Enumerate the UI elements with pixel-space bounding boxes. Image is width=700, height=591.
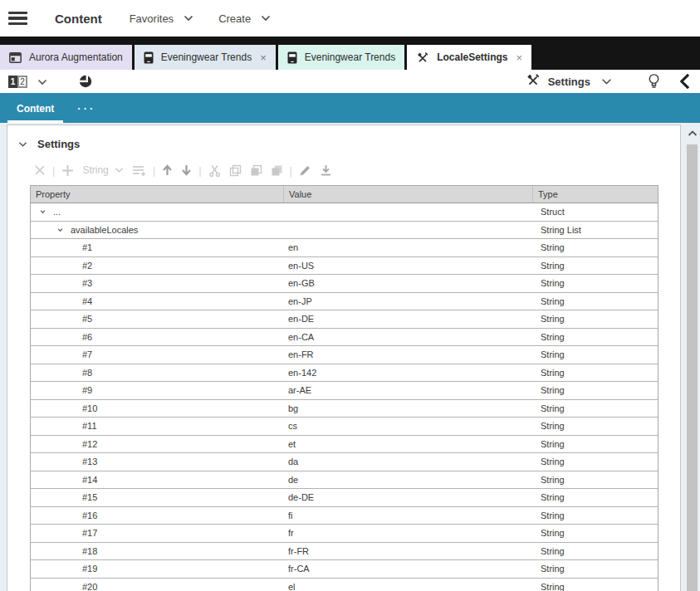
- pages-12-icon[interactable]: 1 2: [8, 76, 27, 88]
- chevron-down-icon: [601, 74, 612, 89]
- favorites-menu[interactable]: Favorites: [130, 12, 193, 25]
- move-up-icon[interactable]: [158, 164, 177, 176]
- table-row[interactable]: #16fiString: [31, 507, 658, 525]
- chevron-down-icon[interactable]: [110, 167, 128, 173]
- vertical-scrollbar[interactable]: [684, 125, 700, 591]
- value-cell: bg: [283, 403, 532, 413]
- type-cell: String: [532, 546, 658, 556]
- value-cell: en-US: [283, 261, 532, 271]
- globe-icon[interactable]: [79, 75, 92, 88]
- property-cell: #14: [82, 475, 97, 485]
- lightbulb-icon[interactable]: [647, 73, 661, 90]
- close-icon[interactable]: ×: [516, 52, 523, 63]
- type-cell: String: [532, 475, 658, 485]
- chevron-down-icon[interactable]: [18, 141, 27, 148]
- value-cell: fr-FR: [283, 546, 532, 556]
- property-cell: #10: [82, 403, 97, 413]
- duplicate-icon[interactable]: [246, 164, 267, 177]
- tab-eveningwear-trends-1[interactable]: Eveningwear Trends ×: [135, 45, 276, 70]
- paste-icon[interactable]: [267, 164, 287, 177]
- value-cell: fr-CA: [283, 564, 532, 574]
- move-down-icon[interactable]: [177, 164, 196, 176]
- table-row[interactable]: #2en-USString: [31, 257, 658, 276]
- table-row[interactable]: #19fr-CAString: [31, 560, 658, 579]
- type-cell: String: [532, 296, 658, 306]
- table-row[interactable]: #9ar-AEString: [31, 382, 658, 400]
- tab-content[interactable]: Content: [15, 103, 56, 123]
- property-cell: #11: [82, 421, 97, 431]
- tab-aurora-augmentation[interactable]: Aurora Augmentation: [0, 45, 132, 70]
- value-cell: el: [283, 582, 532, 591]
- property-cell: #16: [82, 510, 97, 520]
- table-row[interactable]: #8en-142String: [31, 364, 658, 383]
- edit-icon[interactable]: [295, 164, 316, 177]
- table-row[interactable]: availableLocalesString List: [31, 222, 658, 240]
- chevron-left-icon[interactable]: [679, 73, 690, 90]
- type-cell: String: [532, 278, 658, 288]
- value-cell: da: [283, 457, 532, 466]
- column-header-value[interactable]: Value: [283, 186, 532, 203]
- delete-icon[interactable]: [30, 164, 50, 176]
- hamburger-icon[interactable]: [8, 9, 27, 28]
- property-cell: availableLocales: [71, 225, 138, 235]
- add-icon[interactable]: [57, 164, 78, 177]
- type-cell: String: [532, 314, 658, 324]
- type-cell: String: [532, 261, 658, 271]
- property-cell: #8: [82, 368, 92, 378]
- content-panel: Settings | String: [7, 125, 681, 591]
- table-row[interactable]: #18fr-FRString: [31, 543, 658, 561]
- column-header-property[interactable]: Property: [31, 186, 283, 203]
- tools-icon: [416, 51, 429, 64]
- chevron-down-icon[interactable]: [39, 208, 47, 215]
- column-header-type[interactable]: Type: [532, 186, 658, 203]
- property-cell: #5: [82, 314, 92, 324]
- type-cell: String: [532, 439, 658, 449]
- value-cell: en-FR: [283, 349, 532, 359]
- action-toolbar: 1 2 Settings: [0, 70, 700, 93]
- settings-dropdown[interactable]: Settings: [526, 73, 612, 90]
- more-tabs-button[interactable]: ···: [77, 102, 95, 123]
- property-cell: #12: [82, 439, 97, 449]
- settings-table: Property Value Type ...StructavailableLo…: [30, 185, 658, 591]
- table-row[interactable]: #14deString: [31, 471, 658, 490]
- table-row[interactable]: #7en-FRString: [31, 346, 658, 364]
- table-row[interactable]: #1enString: [31, 239, 658, 257]
- table-row[interactable]: ...Struct: [31, 203, 658, 222]
- scrollbar-thumb[interactable]: [687, 144, 698, 591]
- add-list-icon[interactable]: [128, 164, 150, 177]
- table-row[interactable]: #5en-DEString: [31, 310, 658, 329]
- table-row[interactable]: #3en-GBString: [31, 275, 658, 293]
- type-cell: String: [532, 385, 658, 395]
- create-label: Create: [218, 12, 251, 25]
- copy-icon[interactable]: [225, 164, 246, 177]
- add-type-label[interactable]: String: [78, 164, 110, 176]
- table-row[interactable]: #4en-JPString: [31, 293, 658, 311]
- table-row[interactable]: #10bgString: [31, 400, 658, 418]
- value-cell: en: [283, 242, 532, 252]
- scroll-up-icon[interactable]: [684, 125, 700, 141]
- table-row[interactable]: #12etString: [31, 436, 658, 454]
- import-icon[interactable]: [316, 164, 336, 177]
- chevron-down-icon: [184, 15, 193, 22]
- device-icon: [144, 51, 154, 64]
- value-cell: en-JP: [283, 296, 532, 306]
- cut-icon[interactable]: [204, 164, 225, 177]
- tab-localesettings[interactable]: LocaleSettings ×: [407, 45, 531, 70]
- chevron-down-icon[interactable]: [37, 74, 47, 89]
- property-cell: ...: [53, 207, 61, 217]
- table-row[interactable]: #15de-DEString: [31, 489, 658, 507]
- create-menu[interactable]: Create: [218, 12, 271, 25]
- app-tab-bar: Aurora Augmentation Eveningwear Trends ×…: [0, 37, 700, 70]
- value-cell: fi: [283, 510, 532, 520]
- table-row[interactable]: #17frString: [31, 525, 658, 543]
- app-bar: Content Favorites Create: [0, 0, 700, 37]
- chevron-down-icon[interactable]: [56, 227, 64, 233]
- table-row[interactable]: #6en-CAString: [31, 329, 658, 347]
- settings-section-header[interactable]: Settings: [18, 138, 680, 150]
- table-row[interactable]: #11csString: [31, 418, 658, 436]
- type-cell: String: [532, 332, 658, 342]
- table-row[interactable]: #20elString: [31, 579, 658, 591]
- tab-eveningwear-trends-2[interactable]: Eveningwear Trends: [278, 45, 404, 70]
- close-icon[interactable]: ×: [260, 52, 267, 63]
- table-row[interactable]: #13daString: [31, 453, 658, 471]
